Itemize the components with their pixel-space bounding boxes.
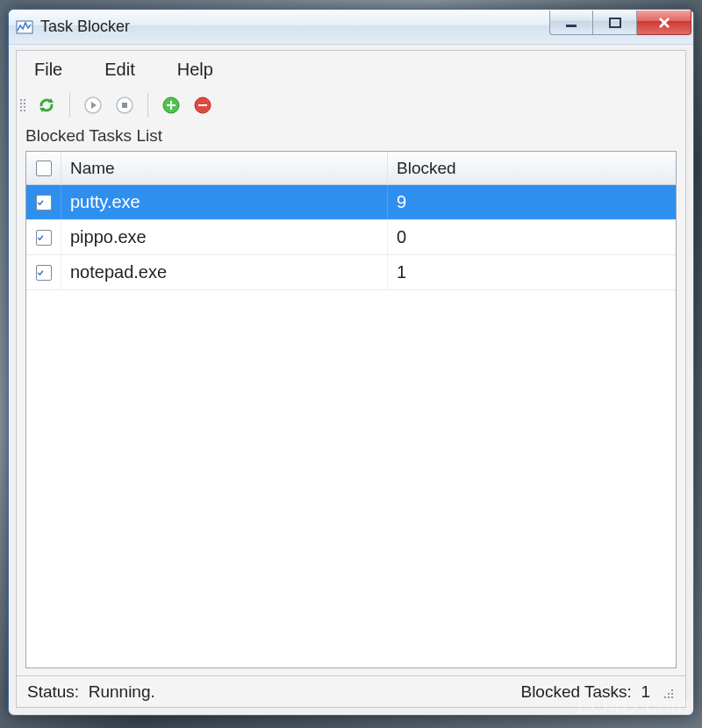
- list-label: Blocked Tasks List: [17, 123, 685, 151]
- table-header: Name Blocked: [26, 152, 676, 185]
- minimize-button[interactable]: [549, 11, 593, 35]
- check-icon: [37, 267, 44, 279]
- toolbar-separator: [69, 93, 70, 118]
- task-table: Name Blocked putty.exe9pippo.exe0notepad…: [25, 151, 677, 668]
- check-icon: [37, 196, 44, 209]
- stop-button[interactable]: [111, 91, 139, 119]
- table-row[interactable]: pippo.exe0: [26, 220, 676, 255]
- svg-rect-15: [198, 104, 207, 106]
- table-row[interactable]: notepad.exe1: [26, 255, 676, 290]
- refresh-icon: [36, 95, 57, 116]
- row-name: pippo.exe: [61, 220, 388, 254]
- titlebar[interactable]: Task Blocker: [9, 10, 693, 45]
- client-area: File Edit Help: [16, 50, 686, 708]
- row-blocked: 0: [388, 220, 676, 254]
- play-icon: [83, 96, 103, 115]
- menu-file[interactable]: File: [34, 60, 62, 80]
- row-checkbox[interactable]: [36, 230, 52, 246]
- table-body: putty.exe9pippo.exe0notepad.exe1: [26, 185, 676, 667]
- svg-rect-2: [610, 18, 620, 27]
- row-checkbox-cell[interactable]: [26, 185, 61, 219]
- column-header-blocked[interactable]: Blocked: [388, 152, 676, 184]
- statusbar: Status: Running. Blocked Tasks: 1: [17, 675, 685, 707]
- select-all-checkbox[interactable]: [36, 161, 52, 176]
- row-name: notepad.exe: [61, 255, 388, 289]
- status-value: Running.: [89, 682, 155, 701]
- maximize-button[interactable]: [593, 11, 637, 35]
- svg-rect-13: [167, 104, 176, 106]
- table-row[interactable]: putty.exe9: [26, 185, 676, 220]
- blocked-count-label: Blocked Tasks:: [520, 682, 631, 701]
- close-button[interactable]: [637, 11, 691, 35]
- svg-rect-10: [122, 103, 127, 108]
- add-button[interactable]: [157, 91, 185, 119]
- toolbar-separator: [147, 93, 148, 118]
- app-icon: [16, 18, 33, 36]
- maximize-icon: [608, 17, 622, 29]
- check-icon: [37, 232, 44, 244]
- blocked-count-text: Blocked Tasks: 1: [520, 682, 650, 702]
- column-header-name[interactable]: Name: [61, 152, 388, 184]
- minimize-icon: [564, 18, 578, 28]
- row-blocked: 9: [388, 185, 676, 219]
- menu-edit[interactable]: Edit: [104, 60, 134, 80]
- row-checkbox[interactable]: [36, 195, 52, 211]
- menu-help[interactable]: Help: [177, 60, 213, 80]
- menubar: File Edit Help: [17, 51, 685, 88]
- remove-button[interactable]: [189, 91, 217, 119]
- row-checkbox-cell[interactable]: [26, 220, 61, 254]
- stop-icon: [115, 96, 134, 115]
- status-label: Status:: [27, 682, 79, 701]
- add-icon: [161, 96, 181, 115]
- application-window: Task Blocker File Edit Help: [8, 9, 694, 716]
- row-name: putty.exe: [61, 185, 388, 219]
- toolbar-grip-icon[interactable]: [20, 94, 27, 117]
- remove-icon: [193, 96, 212, 115]
- toolbar: [17, 88, 685, 123]
- window-title: Task Blocker: [40, 18, 130, 36]
- resize-grip-icon[interactable]: [659, 684, 675, 700]
- refresh-button[interactable]: [32, 91, 61, 119]
- play-button[interactable]: [79, 91, 107, 119]
- status-text: Status: Running.: [27, 682, 155, 702]
- blocked-count-value: 1: [641, 682, 650, 701]
- header-checkbox-cell[interactable]: [26, 152, 61, 184]
- window-controls: [549, 10, 693, 44]
- row-checkbox[interactable]: [36, 265, 52, 281]
- row-checkbox-cell[interactable]: [26, 255, 61, 289]
- row-blocked: 1: [388, 255, 676, 289]
- svg-rect-1: [566, 25, 577, 27]
- close-icon: [656, 17, 672, 29]
